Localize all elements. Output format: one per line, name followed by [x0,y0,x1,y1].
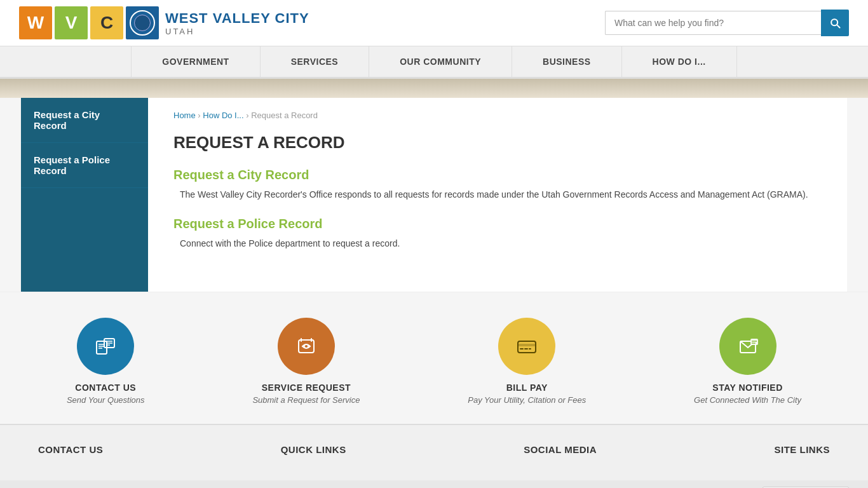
footer-contact-title: CONTACT US [38,444,103,455]
section-police-record-title: Request a Police Record [173,217,822,231]
breadcrumb-separator-2: › [246,111,251,120]
logo-city-name: WEST VALLEY CITY [165,10,309,27]
contact-us-circle [77,318,134,375]
hero-background [0,79,868,98]
sidebar-item-city-record[interactable]: Request a City Record [21,98,148,143]
footer-site-links-title: SITE LINKS [774,444,830,455]
bill-pay-title: BILL PAY [506,383,548,393]
footer: CONTACT US QUICK LINKS SOCIAL MEDIA SITE… [0,424,868,480]
main-content: Request a City Record Request a Police R… [21,98,847,292]
sidebar: Request a City Record Request a Police R… [21,98,148,292]
contact-us-icon [92,332,119,360]
nav-item-government[interactable]: GOVERNMENT [131,46,260,77]
header: W V C WEST VALLEY CITY UTAH [0,0,868,46]
section-city-record-text: The West Valley City Recorder's Office r… [180,187,822,201]
nav-item-business[interactable]: BUSINESS [512,46,622,77]
page-content: Home › How Do I... › Request a Record RE… [148,98,847,292]
bill-pay-icon [513,332,541,360]
search-input[interactable] [605,11,821,35]
svg-rect-13 [518,344,536,346]
footer-col-social-media: SOCIAL MEDIA [524,444,597,461]
footer-col-contact: CONTACT US [38,444,103,461]
section-city-record-title: Request a City Record [173,168,822,182]
service-request-title: SERVICE REQUEST [262,383,351,393]
service-request-circle [278,318,335,375]
logo-state-name: UTAH [165,27,309,36]
footer-social-media-title: SOCIAL MEDIA [524,444,597,455]
nav-item-services[interactable]: SERVICES [261,46,370,77]
contact-us-title: CONTACT US [75,383,136,393]
search-button[interactable] [821,10,849,36]
logo-block-w: W [19,6,52,39]
stay-notified-title: STAY NOTIFIED [712,383,782,393]
breadcrumb: Home › How Do I... › Request a Record [173,111,822,120]
footer-col-site-links: SITE LINKS [774,444,830,461]
logo-text: WEST VALLEY CITY UTAH [165,10,309,36]
quick-links-bar: CONTACT US Send Your Questions SERVICE R… [0,292,868,424]
section-police-record-text: Connect with the Police department to re… [180,236,822,250]
quick-link-bill-pay[interactable]: BILL PAY Pay Your Utility, Citation or F… [468,318,586,405]
page-title: REQUEST A RECORD [173,133,822,152]
main-nav: GOVERNMENT SERVICES OUR COMMUNITY BUSINE… [0,46,868,79]
svg-rect-18 [750,339,758,345]
footer-col-quick-links: QUICK LINKS [281,444,346,461]
breadcrumb-home[interactable]: Home [173,111,196,120]
contact-us-subtitle: Send Your Questions [67,395,145,405]
service-request-subtitle: Submit a Request for Service [252,395,360,405]
breadcrumb-how-do-i[interactable]: How Do I... [203,111,243,120]
logo-area: W V C WEST VALLEY CITY UTAH [19,6,309,39]
breadcrumb-current: Request a Record [251,111,318,120]
search-icon [829,17,841,29]
footer-bottom: Google Select Language English Spanish F… [0,480,868,488]
bill-pay-subtitle: Pay Your Utility, Citation or Fees [468,395,586,405]
stay-notified-subtitle: Get Connected With The City [694,395,801,405]
quick-link-contact-us[interactable]: CONTACT US Send Your Questions [67,318,145,405]
logo-blocks: W V C [19,6,159,39]
search-area [605,10,849,36]
quick-link-service-request[interactable]: SERVICE REQUEST Submit a Request for Ser… [252,318,360,405]
svg-rect-12 [518,341,536,353]
seal-inner [134,15,151,31]
svg-rect-8 [299,340,314,353]
logo-block-v: V [55,6,88,39]
stay-notified-circle [719,318,776,375]
seal-circle [130,10,155,36]
nav-item-how-do-i[interactable]: HOW DO I... [622,46,737,77]
quick-link-stay-notified[interactable]: STAY NOTIFIED Get Connected With The Cit… [694,318,801,405]
sidebar-item-police-record[interactable]: Request a Police Record [21,143,148,188]
bill-pay-circle [498,318,555,375]
nav-item-our-community[interactable]: OUR COMMUNITY [369,46,512,77]
stay-notified-icon [734,332,762,360]
service-request-icon [292,332,320,360]
logo-block-c: C [90,6,123,39]
logo-seal [126,6,159,39]
footer-quick-links-title: QUICK LINKS [281,444,346,455]
